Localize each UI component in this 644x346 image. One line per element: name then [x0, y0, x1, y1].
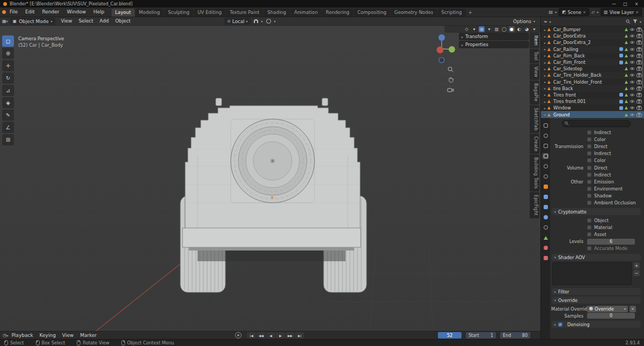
eye-icon[interactable] — [630, 40, 635, 45]
prev-keyframe-button[interactable]: ◀◀ — [257, 332, 266, 338]
eye-icon[interactable] — [630, 34, 635, 38]
camera-icon[interactable] — [636, 106, 642, 110]
tool-properties-tab[interactable] — [542, 122, 549, 129]
outliner-row[interactable]: ▸Car_Rim_Back — [541, 53, 644, 59]
clear-material-override-button[interactable]: × — [630, 306, 636, 312]
pass-checkbox[interactable] — [587, 137, 591, 142]
denoising-checkbox[interactable]: ✓ — [558, 322, 562, 327]
outliner-row[interactable]: ▸Ground — [541, 111, 644, 117]
pass-checkbox[interactable] — [587, 194, 591, 198]
pass-checkbox[interactable] — [587, 144, 591, 149]
workspace-tab-sculpting[interactable]: Sculpting — [164, 9, 193, 17]
timeline-editor-icon[interactable]: ◷ — [3, 333, 6, 338]
material-override-dropdown[interactable]: Override ▾ — [587, 306, 628, 312]
disclosure-icon[interactable]: ▸ — [544, 28, 546, 32]
browse-view-layer-icon[interactable]: ▱ — [591, 10, 595, 14]
workspace-tab-rendering[interactable]: Rendering — [322, 9, 353, 17]
viewport-menu-add[interactable]: Add — [97, 17, 112, 25]
camera-icon[interactable] — [636, 86, 642, 91]
eye-icon[interactable] — [630, 54, 635, 58]
options-button[interactable]: Options — [513, 19, 531, 24]
material-properties-tab[interactable] — [542, 245, 549, 251]
shading-material-icon[interactable]: ◐ — [516, 26, 522, 32]
add-cube-tool-button[interactable]: ⊞ — [2, 134, 14, 145]
outliner-row[interactable]: ▸Car_Railing — [541, 46, 644, 53]
workspace-tab-texture-paint[interactable]: Texture Paint — [226, 9, 263, 17]
search-icon[interactable] — [626, 19, 631, 24]
camera-icon[interactable] — [636, 73, 642, 77]
3d-viewport[interactable]: ◻⊕✛↻⊿◈✎∠⊞ Camera Perspective (52) Car | … — [0, 26, 540, 331]
move-tool-button[interactable]: ✛ — [2, 60, 14, 71]
eye-icon[interactable] — [630, 86, 635, 91]
pass-checkbox[interactable] — [587, 158, 591, 163]
add-aov-button[interactable]: + — [633, 262, 640, 269]
pass-checkbox[interactable] — [587, 151, 591, 156]
eye-icon[interactable] — [630, 47, 635, 51]
section-shader-aov[interactable]: ▾ Shader AOV — [552, 254, 641, 261]
sidebar-tab-bagapie[interactable]: BagaPie — [530, 80, 539, 104]
snap-magnet-icon[interactable] — [254, 19, 258, 23]
eye-icon[interactable] — [630, 113, 635, 117]
workspace-tab-layout[interactable]: Layout — [112, 9, 135, 17]
menu-window[interactable]: Window — [63, 8, 90, 17]
workspace-tab-shading[interactable]: Shading — [264, 9, 290, 17]
workspace-tab-modeling[interactable]: Modeling — [135, 9, 164, 17]
disclosure-icon[interactable]: ▸ — [544, 54, 546, 57]
disclosure-icon[interactable]: ▸ — [544, 80, 546, 84]
shading-rendered-icon[interactable]: ◕ — [524, 26, 530, 32]
samples-field[interactable]: 0 — [587, 313, 635, 319]
section-denoising[interactable]: ▸ ✓ Denoising — [552, 321, 641, 328]
section-filter[interactable]: ▸ Filter — [552, 288, 641, 295]
zoom-icon[interactable] — [447, 65, 455, 73]
app-menu-icon[interactable] — [2, 10, 6, 14]
disclosure-icon[interactable]: ▸ — [544, 61, 546, 64]
editor-type-icon[interactable]: ▦ — [2, 19, 6, 24]
camera-icon[interactable] — [636, 67, 642, 71]
timeline-menu-keying[interactable]: Keying — [36, 331, 59, 340]
outliner-row[interactable]: ▸Car_Sidestep — [541, 65, 644, 72]
eye-icon[interactable] — [630, 93, 635, 97]
modifiers-properties-tab[interactable] — [542, 194, 549, 200]
pass-checkbox[interactable] — [587, 130, 591, 135]
shading-solid-icon[interactable]: ● — [509, 26, 515, 32]
particles-properties-tab[interactable] — [542, 204, 549, 210]
outliner-scrollbar[interactable] — [642, 30, 643, 89]
chevron-down-icon[interactable]: ▾ — [486, 26, 492, 32]
start-frame-field[interactable]: Start 1 — [466, 332, 496, 338]
disclosure-icon[interactable]: ▸ — [544, 106, 546, 110]
outliner-row[interactable]: ▸Car_Rim_Front — [541, 59, 644, 65]
disclosure-icon[interactable]: ▸ — [544, 47, 546, 51]
disclosure-icon[interactable]: ▸ — [544, 34, 546, 38]
sidebar-tab-building-tools[interactable]: Building Tools — [530, 154, 539, 192]
sidebar-tab-sketchfab[interactable]: Sketchfab — [530, 105, 539, 133]
world-properties-tab[interactable] — [542, 173, 549, 180]
disclosure-icon[interactable]: ▸ — [544, 41, 546, 45]
jump-start-button[interactable]: |◀ — [247, 332, 256, 338]
viewport-menu-select[interactable]: Select — [75, 17, 96, 25]
eye-icon[interactable] — [630, 60, 635, 64]
browse-scene-icon[interactable]: ▤ — [549, 10, 553, 14]
transform-tool-button[interactable]: ◈ — [2, 97, 14, 108]
camera-icon[interactable] — [636, 113, 642, 117]
viewport-menu-object[interactable]: Object — [112, 17, 134, 25]
object-data-properties-tab[interactable] — [542, 234, 549, 241]
chevron-down-icon[interactable]: ▾ — [555, 10, 557, 14]
render-properties-tab[interactable] — [542, 132, 549, 139]
camera-icon[interactable] — [636, 27, 642, 32]
chevron-down-icon[interactable]: ▾ — [471, 26, 477, 32]
object-properties-tab[interactable] — [542, 183, 549, 190]
aov-listbox[interactable] — [552, 262, 632, 285]
disclosure-icon[interactable]: ▸ — [544, 86, 546, 90]
chevron-down-icon[interactable]: ▾ — [597, 10, 598, 14]
annotate-tool-button[interactable]: ✎ — [2, 109, 14, 121]
menu-help[interactable]: Help — [90, 8, 108, 17]
physics-properties-tab[interactable] — [542, 214, 549, 220]
scene-properties-tab[interactable] — [542, 163, 549, 170]
eye-icon[interactable] — [630, 73, 635, 77]
scale-tool-button[interactable]: ⊿ — [2, 85, 14, 96]
pass-checkbox[interactable] — [587, 166, 591, 170]
disclosure-icon[interactable]: ▸ — [544, 93, 546, 97]
constraints-properties-tab[interactable] — [542, 224, 549, 231]
outliner-row[interactable]: ▸Window — [541, 105, 644, 111]
cryptomatte-checkbox[interactable] — [587, 232, 591, 237]
